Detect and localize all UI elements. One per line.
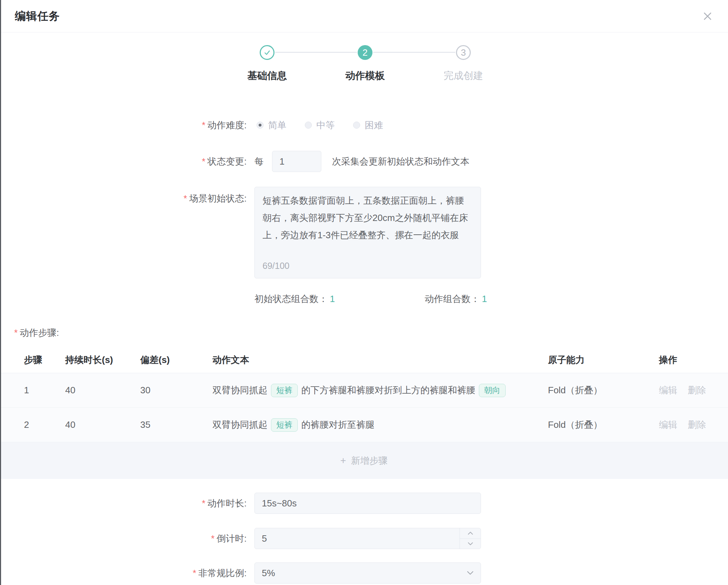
input-value: 1 — [279, 156, 284, 167]
object-tag: 短裤 — [271, 384, 298, 397]
modal-header: 编辑任务 — [0, 0, 728, 32]
cell-duration: 40 — [65, 419, 140, 430]
select-value: 5% — [262, 568, 275, 579]
modal-title: 编辑任务 — [15, 9, 60, 24]
check-icon — [263, 48, 271, 57]
step-indicator-1 — [260, 45, 274, 60]
cell-deviation: 35 — [140, 419, 212, 430]
close-icon — [702, 10, 714, 22]
radio-option-easy[interactable]: 简单 — [257, 119, 286, 131]
col-header-duration: 持续时长(s) — [65, 354, 140, 366]
add-step-button[interactable]: + 新增步骤 — [0, 442, 728, 479]
countdown-label: *倒计时: — [0, 532, 247, 545]
required-marker: * — [202, 156, 205, 167]
add-step-label: 新增步骤 — [351, 455, 388, 467]
state-change-row: *状态变更: 每 1 次采集会更新初始状态和动作文本 — [0, 151, 728, 172]
difficulty-row: *动作难度: 简单 中等 困难 — [0, 118, 728, 132]
table-header-row: 步骤 持续时长(s) 偏差(s) 动作文本 原子能力 操作 — [0, 347, 728, 373]
cell-deviation: 30 — [140, 385, 212, 396]
countdown-input[interactable]: 5 — [254, 528, 481, 549]
action-combos-value: 1 — [482, 294, 487, 304]
required-marker: * — [202, 120, 205, 130]
decrement-button[interactable] — [460, 539, 481, 549]
action-steps-table: 步骤 持续时长(s) 偏差(s) 动作文本 原子能力 操作 1 40 30 双臂… — [0, 347, 728, 479]
plus-icon: + — [340, 455, 346, 466]
char-counter: 69/100 — [263, 257, 289, 275]
chevron-down-icon — [467, 571, 474, 575]
delete-link[interactable]: 删除 — [688, 384, 706, 396]
step-indicator-2: 2 — [358, 45, 372, 60]
initial-state-row: *场景初始状态: 短裤五条数据背面朝上，五条数据正面朝上，裤腰朝右，离头部视野下… — [0, 187, 728, 278]
required-marker: * — [14, 327, 18, 338]
cell-step: 2 — [24, 419, 65, 430]
col-header-operations: 操作 — [659, 354, 728, 366]
number-stepper — [459, 528, 481, 549]
col-header-action-text: 动作文本 — [212, 354, 548, 366]
action-text-part: 双臂协同抓起 — [212, 384, 267, 396]
step-label-action-template: 动作模板 — [345, 69, 385, 82]
initial-combos-label: 初始状态组合数： — [254, 293, 328, 305]
action-duration-label: *动作时长: — [0, 497, 247, 510]
cell-operations: 编辑 删除 — [659, 384, 728, 396]
step-indicator-3: 3 — [456, 45, 471, 60]
radio-icon-checked — [257, 122, 264, 129]
table-row: 2 40 35 双臂协同抓起 短裤 的裤腰对折至裤腿 Fold（折叠） 编辑 删… — [0, 408, 728, 442]
col-header-step: 步骤 — [24, 354, 65, 366]
increment-button[interactable] — [460, 528, 481, 539]
required-marker: * — [202, 498, 205, 509]
col-header-ability: 原子能力 — [548, 354, 659, 366]
state-change-prefix: 每 — [254, 155, 264, 168]
radio-label: 简单 — [268, 119, 286, 131]
action-text-part: 的裤腰对折至裤腿 — [301, 419, 375, 431]
edit-link[interactable]: 编辑 — [659, 384, 677, 396]
unusual-ratio-select[interactable]: 5% — [254, 562, 481, 584]
close-button[interactable] — [700, 8, 715, 24]
initial-state-textarea[interactable]: 短裤五条数据背面朝上，五条数据正面朝上，裤腰朝右，离头部视野下方至少20cm之外… — [254, 187, 481, 278]
action-duration-input[interactable]: 15s~80s — [254, 493, 481, 514]
chevron-down-icon — [468, 542, 473, 546]
radio-label: 中等 — [316, 119, 335, 131]
difficulty-label: *动作难度: — [0, 119, 247, 131]
cell-ability: Fold（折叠） — [548, 419, 659, 431]
object-tag: 短裤 — [271, 418, 298, 432]
input-value: 15s~80s — [262, 498, 297, 509]
input-value: 5 — [262, 533, 267, 544]
radio-icon — [353, 122, 360, 129]
action-text-part: 双臂协同抓起 — [212, 419, 267, 431]
countdown-row: *倒计时: 5 — [0, 528, 728, 549]
action-duration-row: *动作时长: 15s~80s — [0, 493, 728, 514]
initial-state-label: *场景初始状态: — [0, 187, 247, 205]
combo-counts-row: 初始状态组合数：1 动作组合数：1 — [0, 293, 728, 304]
cell-operations: 编辑 删除 — [659, 419, 728, 431]
step-label-basic-info: 基础信息 — [247, 69, 287, 82]
step-number: 3 — [461, 47, 466, 58]
radio-icon — [305, 122, 312, 129]
required-marker: * — [184, 193, 187, 204]
edit-link[interactable]: 编辑 — [659, 419, 677, 431]
step-label-finish: 完成创建 — [444, 69, 483, 82]
unusual-ratio-row: *非常规比例: 5% — [0, 562, 728, 584]
state-change-count-input[interactable]: 1 — [272, 151, 321, 172]
action-text-part: 的下方裤腿和裤腰对折到上方的裤腿和裤腰 — [301, 384, 475, 396]
textarea-value: 短裤五条数据背面朝上，五条数据正面朝上，裤腰朝右，离头部视野下方至少20cm之外… — [263, 195, 468, 240]
cell-step: 1 — [24, 385, 65, 396]
step-connector — [373, 52, 455, 53]
orientation-tag: 朝向 — [479, 384, 506, 397]
table-row: 1 40 30 双臂协同抓起 短裤 的下方裤腿和裤腰对折到上方的裤腿和裤腰 朝向… — [0, 373, 728, 408]
radio-option-medium[interactable]: 中等 — [305, 119, 335, 131]
action-steps-section-label: *动作步骤: — [0, 327, 728, 338]
col-header-deviation: 偏差(s) — [140, 354, 212, 366]
cell-ability: Fold（折叠） — [548, 384, 659, 396]
required-marker: * — [193, 568, 196, 578]
chevron-up-icon — [468, 531, 473, 535]
page-edge-strip — [0, 0, 1, 585]
radio-option-hard[interactable]: 困难 — [353, 119, 383, 131]
cell-action-text: 双臂协同抓起 短裤 的裤腰对折至裤腿 — [212, 418, 548, 432]
cell-action-text: 双臂协同抓起 短裤 的下方裤腿和裤腰对折到上方的裤腿和裤腰 朝向 — [212, 384, 548, 397]
cell-duration: 40 — [65, 385, 140, 396]
action-combos-label: 动作组合数： — [425, 293, 480, 305]
delete-link[interactable]: 删除 — [688, 419, 706, 431]
state-change-label: *状态变更: — [0, 155, 247, 168]
unusual-ratio-label: *非常规比例: — [0, 567, 247, 579]
step-number: 2 — [363, 47, 368, 58]
